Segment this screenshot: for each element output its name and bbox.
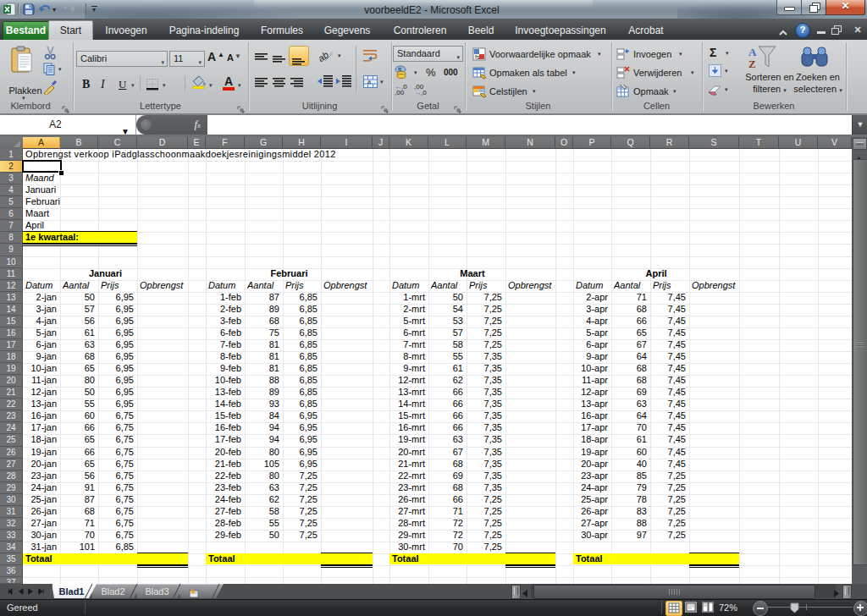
svg-text:fs: fs [475, 54, 480, 60]
svg-text:A: A [748, 46, 757, 58]
svg-text:ab: ab [318, 49, 330, 63]
svg-text:Z: Z [748, 58, 756, 70]
svg-text:a: a [367, 77, 371, 85]
